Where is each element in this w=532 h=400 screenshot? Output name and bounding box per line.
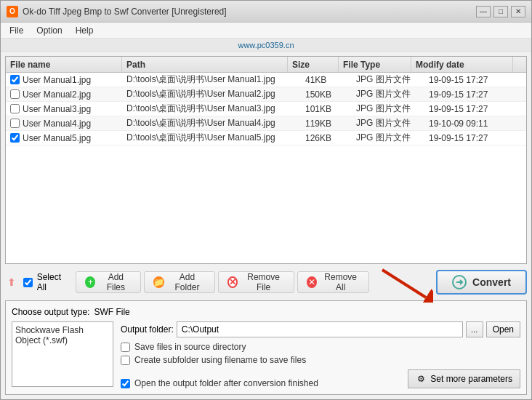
cell-date-4: 19-10-09 09:11 bbox=[424, 116, 526, 130]
remove-file-button[interactable]: ✕ Remove File bbox=[218, 271, 294, 293]
set-params-button[interactable]: ⚙ Set more parameters bbox=[408, 369, 520, 388]
save-source-checkbox[interactable] bbox=[121, 343, 130, 352]
row4-filename: User Manual4.jpg bbox=[23, 119, 91, 129]
bottom-panel: Choose output type: SWF File Shockwave F… bbox=[5, 300, 527, 395]
gear-icon: ⚙ bbox=[416, 374, 426, 384]
row3-checkbox[interactable] bbox=[10, 104, 20, 113]
add-folder-button[interactable]: 📁 Add Folder bbox=[144, 271, 215, 293]
row2-checkbox[interactable] bbox=[10, 89, 20, 99]
output-type-label: Choose output type: bbox=[12, 307, 89, 317]
remove-all-label: Remove All bbox=[321, 272, 360, 292]
open-output-checkbox[interactable] bbox=[121, 379, 130, 388]
cell-type-4: JPG 图片文件 bbox=[352, 116, 424, 130]
file-table: File name Path Size File Type Modify dat… bbox=[5, 56, 527, 264]
cell-filename-3: User Manual3.jpg bbox=[6, 102, 122, 116]
cell-path-3: D:\tools\桌面\说明书\User Manual3.jpg bbox=[122, 102, 301, 116]
cell-size-3: 101KB bbox=[301, 102, 352, 116]
menu-option[interactable]: Option bbox=[31, 24, 68, 37]
watermark-text: www.pc0359.cn bbox=[238, 41, 294, 49]
table-row: User Manual5.jpg D:\tools\桌面\说明书\User Ma… bbox=[6, 131, 526, 145]
col-modifydate: Modify date bbox=[411, 57, 513, 72]
cell-filename-4: User Manual4.jpg bbox=[6, 116, 122, 130]
col-path: Path bbox=[122, 57, 288, 72]
output-folder-row: Output folder: ... Open bbox=[121, 321, 520, 337]
menu-bar: File Option Help bbox=[1, 23, 531, 39]
cell-date-5: 19-09-15 17:27 bbox=[424, 131, 526, 145]
cell-type-3: JPG 图片文件 bbox=[352, 102, 424, 116]
checkbox-row-3: Open the output folder after conversion … bbox=[121, 378, 318, 388]
output-folder-input[interactable] bbox=[177, 321, 463, 337]
add-folder-label: Add Folder bbox=[169, 272, 206, 292]
cell-filename-5: User Manual5.jpg bbox=[6, 131, 122, 145]
table-row: User Manual2.jpg D:\tools\桌面\说明书\User Ma… bbox=[6, 87, 526, 102]
cell-path-2: D:\tools\桌面\说明书\User Manual2.jpg bbox=[122, 87, 301, 101]
window-controls: — □ ✕ bbox=[476, 6, 525, 17]
select-all-label: Select All bbox=[37, 272, 68, 292]
close-button[interactable]: ✕ bbox=[511, 6, 525, 17]
row4-checkbox[interactable] bbox=[10, 119, 20, 128]
svg-line-1 bbox=[382, 270, 426, 297]
select-all-checkbox[interactable] bbox=[23, 278, 33, 287]
row1-filename: User Manual1.jpg bbox=[23, 75, 91, 85]
checkboxes-area: Save files in source directory Create su… bbox=[121, 342, 520, 388]
cell-path-5: D:\tools\桌面\说明书\User Manual5.jpg bbox=[122, 131, 301, 145]
cell-type-5: JPG 图片文件 bbox=[352, 131, 424, 145]
app-icon: O bbox=[7, 6, 18, 17]
table-row: User Manual3.jpg D:\tools\桌面\说明书\User Ma… bbox=[6, 102, 526, 116]
window-title: Ok-do Tiff Jpeg Bmp to Swf Converter [Un… bbox=[23, 7, 227, 17]
row1-checkbox[interactable] bbox=[10, 75, 20, 84]
convert-label: Convert bbox=[472, 276, 511, 288]
row5-checkbox[interactable] bbox=[10, 133, 20, 143]
remove-all-button[interactable]: ✕ Remove All bbox=[297, 271, 369, 293]
red-arrow bbox=[375, 263, 433, 303]
open-folder-button[interactable]: Open bbox=[486, 321, 520, 337]
menu-file[interactable]: File bbox=[4, 24, 29, 37]
add-files-label: Add Files bbox=[100, 272, 132, 292]
cell-filename-2: User Manual2.jpg bbox=[6, 87, 122, 101]
cell-date-1: 19-09-15 17:27 bbox=[424, 73, 526, 87]
cell-path-1: D:\tools\桌面\说明书\User Manual1.jpg bbox=[122, 73, 301, 87]
output-type-row: Choose output type: SWF File bbox=[12, 307, 520, 317]
format-list: Shockwave Flash Object (*.swf) bbox=[12, 321, 113, 387]
format-item: Shockwave Flash Object (*.swf) bbox=[15, 325, 84, 345]
col-size: Size bbox=[288, 57, 339, 72]
row5-filename: User Manual5.jpg bbox=[23, 133, 91, 143]
bottom-content: Shockwave Flash Object (*.swf) Output fo… bbox=[12, 321, 520, 388]
checkbox-row-1: Save files in source directory bbox=[121, 342, 520, 352]
remove-file-label: Remove File bbox=[242, 272, 285, 292]
table-header: File name Path Size File Type Modify dat… bbox=[6, 57, 526, 73]
menu-help[interactable]: Help bbox=[70, 24, 100, 37]
params-btn-label: Set more parameters bbox=[430, 374, 512, 384]
checkbox-row-2: Create subfolder using filename to save … bbox=[121, 355, 520, 365]
col-filetype: File Type bbox=[339, 57, 411, 72]
add-folder-icon: 📁 bbox=[153, 276, 164, 288]
table-row: User Manual1.jpg D:\tools\桌面\说明书\User Ma… bbox=[6, 73, 526, 87]
add-files-icon: + bbox=[85, 276, 95, 288]
toolbar: ⬆ Select All + Add Files 📁 Add Folder ✕ … bbox=[5, 268, 527, 296]
cell-size-1: 41KB bbox=[301, 73, 352, 87]
title-bar-left: O Ok-do Tiff Jpeg Bmp to Swf Converter [… bbox=[7, 6, 227, 17]
cell-type-2: JPG 图片文件 bbox=[352, 87, 424, 101]
cell-date-2: 19-09-15 17:27 bbox=[424, 87, 526, 101]
cell-size-5: 126KB bbox=[301, 131, 352, 145]
main-window: O Ok-do Tiff Jpeg Bmp to Swf Converter [… bbox=[0, 0, 532, 400]
cell-date-3: 19-09-15 17:27 bbox=[424, 102, 526, 116]
cell-type-1: JPG 图片文件 bbox=[352, 73, 424, 87]
output-type-value: SWF File bbox=[94, 307, 129, 317]
select-all-area: ⬆ Select All bbox=[5, 272, 67, 292]
cell-size-4: 119KB bbox=[301, 116, 352, 130]
convert-button[interactable]: Convert bbox=[436, 270, 527, 295]
remove-all-icon: ✕ bbox=[307, 276, 317, 288]
convert-icon bbox=[452, 275, 467, 289]
save-source-label: Save files in source directory bbox=[134, 342, 246, 352]
minimize-button[interactable]: — bbox=[476, 6, 491, 17]
output-folder-label: Output folder: bbox=[121, 324, 174, 335]
cell-size-2: 150KB bbox=[301, 87, 352, 101]
browse-button[interactable]: ... bbox=[466, 321, 483, 337]
cell-filename-1: User Manual1.jpg bbox=[6, 73, 122, 87]
bottom-row: Open the output folder after conversion … bbox=[121, 368, 520, 388]
upload-icon: ⬆ bbox=[5, 276, 19, 289]
create-subfolder-checkbox[interactable] bbox=[121, 356, 130, 365]
add-files-button[interactable]: + Add Files bbox=[76, 271, 141, 293]
maximize-button[interactable]: □ bbox=[493, 6, 508, 17]
